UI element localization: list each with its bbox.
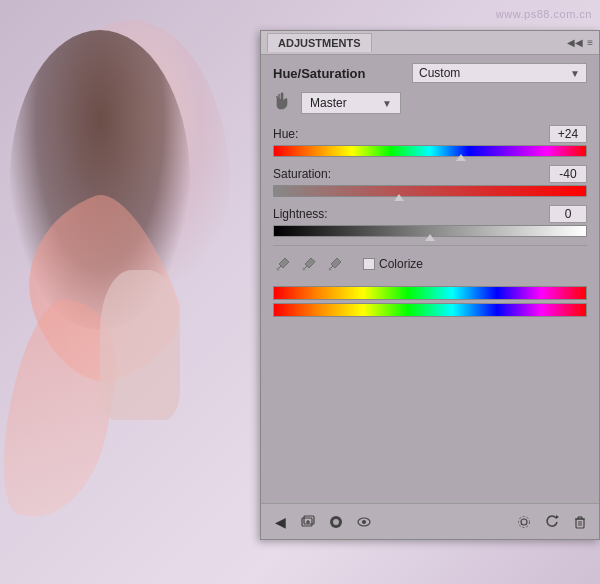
watermark: www.ps88.com.cn (496, 8, 592, 20)
panel-body: Hue/Saturation Custom ▼ Master ▼ (261, 55, 599, 329)
svg-point-5 (329, 268, 332, 271)
hue-thumb[interactable] (456, 154, 466, 161)
svg-point-14 (362, 520, 366, 524)
svg-point-2 (277, 268, 280, 271)
panel-title: Hue/Saturation (273, 66, 365, 81)
hue-value[interactable]: +24 (549, 125, 587, 143)
trash-button[interactable] (569, 511, 591, 533)
tools-row: + - Colorize (273, 254, 587, 274)
eyedropper-add-tool[interactable]: + (299, 254, 319, 274)
channel-value: Master (310, 96, 347, 110)
panel-collapse-icon[interactable]: ◀◀ (567, 37, 583, 48)
hue-label-row: Hue: +24 (273, 125, 587, 143)
light-track[interactable] (273, 225, 587, 237)
sat-track[interactable] (273, 185, 587, 197)
eye-button[interactable] (353, 511, 375, 533)
channel-icon (273, 91, 293, 115)
title-row: Hue/Saturation Custom ▼ (273, 63, 587, 83)
svg-point-12 (333, 519, 339, 525)
hue-row: Hue: +24 (273, 125, 587, 157)
preset-dropdown-arrow: ▼ (570, 68, 580, 79)
toolbar-left: ◀ (269, 511, 375, 533)
svg-text:-: - (338, 257, 341, 266)
colorize-row: Colorize (363, 257, 423, 271)
spectrum-bar-bottom (273, 303, 587, 317)
svg-point-16 (519, 516, 530, 527)
svg-point-3 (303, 268, 306, 271)
adjustments-panel: ADJUSTMENTS ◀◀ ≡ Hue/Saturation Custom ▼ (260, 30, 600, 540)
colorize-label: Colorize (379, 257, 423, 271)
neck-body (100, 270, 180, 420)
hue-label: Hue: (273, 127, 298, 141)
saturation-row: Saturation: -40 (273, 165, 587, 197)
preset-value: Custom (419, 66, 460, 80)
spectrum-bar-top (273, 286, 587, 300)
circle-button[interactable] (325, 511, 347, 533)
back-button[interactable]: ◀ (269, 511, 291, 533)
svg-point-15 (521, 519, 527, 525)
reset-button[interactable] (541, 511, 563, 533)
channel-row: Master ▼ (273, 91, 587, 115)
preset-dropdown[interactable]: Custom ▼ (412, 63, 587, 83)
panel-header-icons: ◀◀ ≡ (567, 37, 593, 48)
light-thumb[interactable] (425, 234, 435, 241)
light-label: Lightness: (273, 207, 328, 221)
colorize-checkbox[interactable] (363, 258, 375, 270)
settings-button[interactable] (513, 511, 535, 533)
light-label-row: Lightness: 0 (273, 205, 587, 223)
eyedropper-sub-tool[interactable]: - (325, 254, 345, 274)
lightness-row: Lightness: 0 (273, 205, 587, 237)
light-value[interactable]: 0 (549, 205, 587, 223)
adjustments-tab[interactable]: ADJUSTMENTS (267, 33, 372, 52)
sat-label: Saturation: (273, 167, 331, 181)
panel-toolbar: ◀ (261, 503, 599, 539)
panel-header: ADJUSTMENTS ◀◀ ≡ (261, 31, 599, 55)
spectrum-section (273, 286, 587, 317)
eyedropper-tool[interactable] (273, 254, 293, 274)
toolbar-right (513, 511, 591, 533)
sat-value[interactable]: -40 (549, 165, 587, 183)
channel-dropdown-arrow: ▼ (382, 98, 392, 109)
sat-thumb[interactable] (394, 194, 404, 201)
hue-track[interactable] (273, 145, 587, 157)
sat-label-row: Saturation: -40 (273, 165, 587, 183)
svg-rect-18 (576, 519, 584, 528)
svg-text:+: + (312, 257, 317, 266)
new-layer-button[interactable] (297, 511, 319, 533)
svg-marker-17 (556, 515, 559, 519)
panel-menu-icon[interactable]: ≡ (587, 37, 593, 48)
channel-dropdown[interactable]: Master ▼ (301, 92, 401, 114)
separator-1 (273, 245, 587, 246)
